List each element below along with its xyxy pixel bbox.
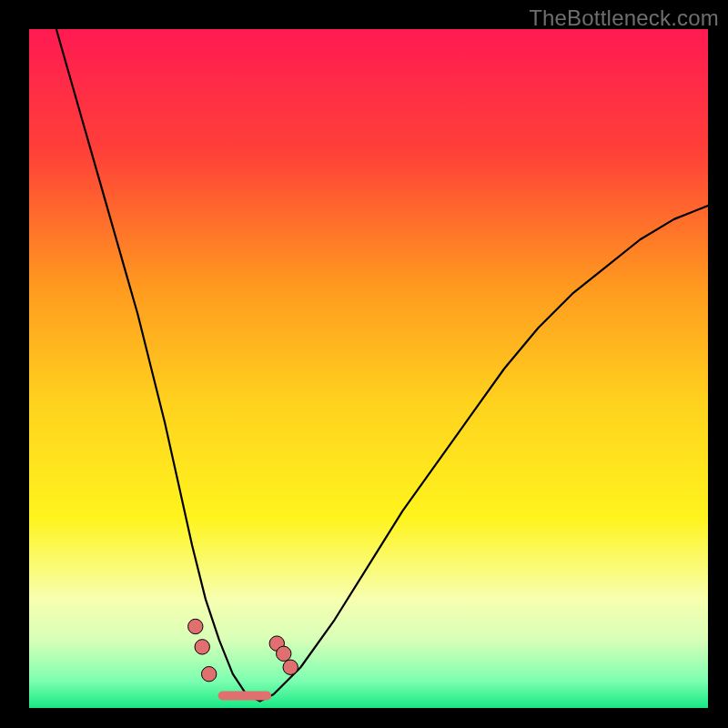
watermark-text: TheBottleneck.com (529, 5, 719, 31)
data-marker (195, 640, 209, 654)
data-marker (188, 619, 203, 633)
bottleneck-curve (56, 29, 708, 702)
curve-layer (29, 29, 708, 708)
data-markers (188, 619, 298, 682)
data-marker (277, 646, 291, 661)
data-marker (283, 660, 298, 674)
chart-frame: TheBottleneck.com (0, 0, 728, 728)
data-marker (201, 666, 216, 681)
plot-area (29, 29, 708, 708)
